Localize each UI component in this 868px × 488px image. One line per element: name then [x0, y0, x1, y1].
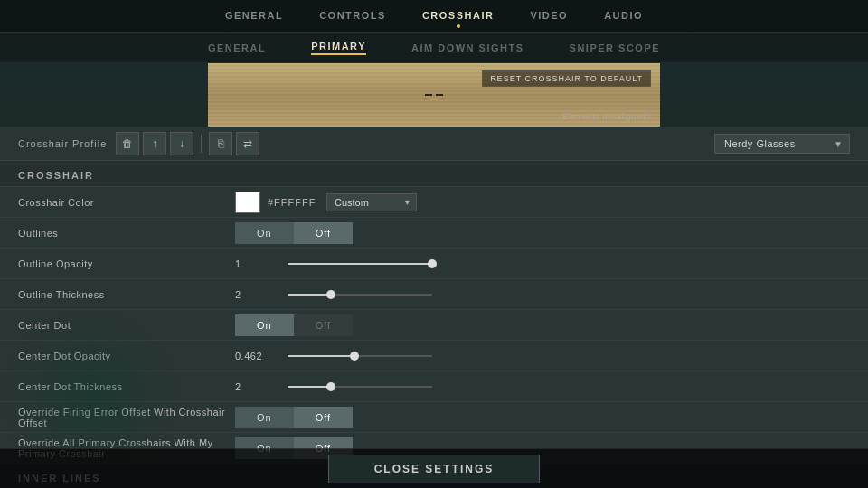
- profile-paste-button[interactable]: ⇄: [236, 132, 259, 155]
- center-dot-thickness-fill: [288, 386, 331, 388]
- outlines-label: Outlines: [18, 228, 235, 239]
- nav-item-controls[interactable]: CONTROLS: [319, 10, 386, 23]
- color-hex-value: #FFFFFF: [268, 197, 317, 208]
- nav-item-crosshair[interactable]: CROSSHAIR: [422, 10, 495, 23]
- outline-opacity-fill: [288, 263, 432, 265]
- center-dot-thickness-slider[interactable]: [288, 386, 432, 388]
- center-dot-toggle-group: On Off: [235, 314, 353, 336]
- color-type-wrapper: Custom ▼: [326, 193, 417, 211]
- setting-row-center-dot-opacity: Center Dot Opacity 0.462: [0, 341, 868, 371]
- top-navigation: GENERAL CONTROLS CROSSHAIR VIDEO AUDIO: [0, 0, 868, 33]
- color-swatch[interactable]: [235, 192, 260, 213]
- close-settings-bar: CLOSE SETTINGS: [0, 448, 868, 488]
- setting-row-center-dot: Center Dot On Off: [0, 310, 868, 341]
- center-dot-opacity-thumb[interactable]: [350, 352, 359, 361]
- outline-thickness-fill: [288, 294, 331, 296]
- override-firing-error-control: On Off: [235, 407, 850, 428]
- center-dot-off-button[interactable]: Off: [294, 314, 353, 336]
- override-firing-error-toggle: On Off: [235, 407, 353, 428]
- setting-row-outline-opacity: Outline Opacity 1: [0, 249, 868, 279]
- profile-icon-group: 🗑 ↑ ↓ ⎘ ⇄: [116, 132, 259, 155]
- center-dot-thickness-control: 2: [235, 381, 850, 392]
- nav-item-audio[interactable]: AUDIO: [604, 10, 643, 23]
- misaligned-message: Elements misaligned?: [562, 112, 651, 121]
- close-settings-button[interactable]: CLOSE SETTINGS: [328, 455, 541, 483]
- crosshair-color-label: Crosshair Color: [18, 197, 235, 208]
- subnav-sniper-scope[interactable]: SNIPER SCOPE: [570, 42, 661, 53]
- profile-bar-label: Crosshair Profile: [18, 138, 108, 149]
- setting-row-outlines: Outlines On Off: [0, 218, 868, 249]
- crosshair-section-header: CROSSHAIR: [0, 161, 868, 187]
- setting-row-crosshair-color: Crosshair Color #FFFFFF Custom ▼: [0, 187, 868, 218]
- crosshair-color-control: #FFFFFF Custom ▼: [235, 192, 850, 213]
- reset-crosshair-button[interactable]: RESET CROSSHAIR TO DEFAULT: [482, 70, 651, 87]
- setting-row-center-dot-thickness: Center Dot Thickness 2: [0, 371, 868, 402]
- center-dot-thickness-value: 2: [235, 381, 280, 392]
- settings-modal: GENERAL CONTROLS CROSSHAIR VIDEO AUDIO G…: [0, 0, 868, 488]
- override-firing-on-button[interactable]: On: [235, 407, 294, 428]
- sub-navigation: GENERAL PRIMARY AIM DOWN SIGHTS SNIPER S…: [0, 33, 868, 63]
- outline-opacity-label: Outline Opacity: [18, 258, 235, 269]
- nav-item-general[interactable]: GENERAL: [225, 10, 283, 23]
- outlines-toggle-group: On Off: [235, 222, 353, 244]
- subnav-primary[interactable]: PRIMARY: [311, 41, 366, 55]
- outline-thickness-value: 2: [235, 289, 280, 300]
- setting-row-override-firing-error: Override Firing Error Offset With Crossh…: [0, 402, 868, 433]
- profile-export-button[interactable]: ↑: [143, 132, 166, 155]
- outline-opacity-thumb[interactable]: [428, 259, 437, 268]
- center-dot-opacity-control: 0.462: [235, 351, 850, 361]
- center-dot-thickness-label: Center Dot Thickness: [18, 381, 235, 392]
- crosshair-preview-graphic: [425, 91, 443, 99]
- settings-panel[interactable]: Crosshair Profile 🗑 ↑ ↓ ⎘ ⇄ Nerdy Glasse…: [0, 127, 868, 488]
- center-dot-label: Center Dot: [18, 320, 235, 331]
- outline-thickness-thumb[interactable]: [326, 290, 335, 299]
- subnav-general[interactable]: GENERAL: [208, 42, 266, 53]
- override-firing-off-button[interactable]: Off: [294, 407, 353, 428]
- profile-select[interactable]: Nerdy Glasses: [714, 134, 850, 154]
- outline-thickness-label: Outline Thickness: [18, 289, 235, 300]
- profile-icon-divider: [201, 135, 202, 153]
- profile-delete-button[interactable]: 🗑: [116, 132, 139, 155]
- override-firing-error-label: Override Firing Error Offset With Crossh…: [18, 407, 235, 428]
- setting-row-outline-thickness: Outline Thickness 2: [0, 279, 868, 310]
- outlines-off-button[interactable]: Off: [294, 222, 353, 244]
- center-dot-opacity-slider[interactable]: [288, 355, 432, 357]
- crosshair-preview-area: RESET CROSSHAIR TO DEFAULT Elements misa…: [208, 63, 660, 127]
- profile-bar: Crosshair Profile 🗑 ↑ ↓ ⎘ ⇄ Nerdy Glasse…: [0, 127, 868, 161]
- crosshair-settings-section: CROSSHAIR Crosshair Color #FFFFFF Custom…: [0, 161, 868, 464]
- subnav-aim-down-sights[interactable]: AIM DOWN SIGHTS: [411, 42, 524, 53]
- active-nav-dot: [457, 24, 460, 28]
- profile-select-wrapper: Nerdy Glasses ▼: [714, 134, 850, 154]
- profile-copy-button[interactable]: ⎘: [209, 132, 232, 155]
- center-dot-thickness-thumb[interactable]: [326, 382, 335, 391]
- outlines-control: On Off: [235, 222, 850, 244]
- center-dot-opacity-label: Center Dot Opacity: [18, 351, 235, 361]
- center-dot-on-button[interactable]: On: [235, 314, 294, 336]
- center-dot-opacity-value: 0.462: [235, 351, 280, 361]
- profile-import-button[interactable]: ↓: [170, 132, 193, 155]
- center-dot-control: On Off: [235, 314, 850, 336]
- outline-opacity-control: 1: [235, 258, 850, 269]
- nav-item-video[interactable]: VIDEO: [530, 10, 568, 23]
- outline-opacity-value: 1: [235, 258, 280, 269]
- center-dot-opacity-fill: [288, 355, 354, 357]
- outline-thickness-control: 2: [235, 289, 850, 300]
- outlines-on-button[interactable]: On: [235, 222, 294, 244]
- color-type-select[interactable]: Custom: [326, 193, 417, 211]
- outline-thickness-slider[interactable]: [288, 294, 432, 296]
- outline-opacity-slider[interactable]: [288, 263, 432, 265]
